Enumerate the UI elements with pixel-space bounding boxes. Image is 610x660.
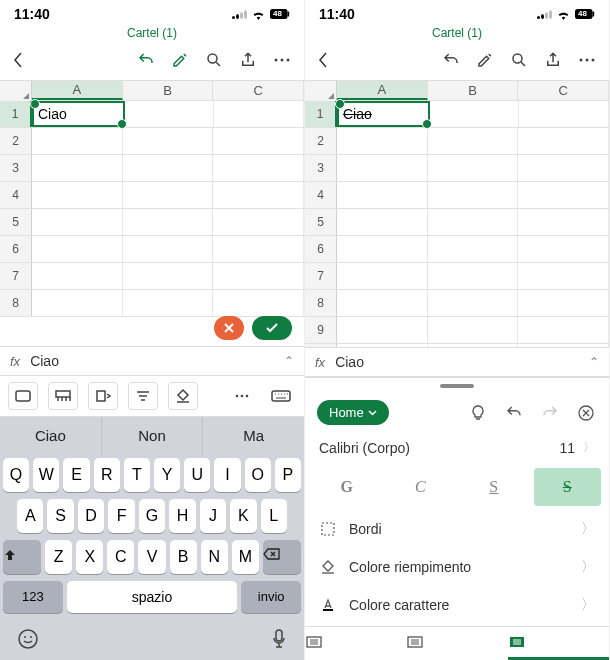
row-header[interactable]: 6: [305, 236, 337, 262]
cell[interactable]: [518, 236, 609, 262]
cell[interactable]: [123, 290, 214, 316]
cell[interactable]: [337, 128, 428, 154]
cell[interactable]: [32, 182, 123, 208]
formula-bar[interactable]: fx Ciao ⌃: [0, 346, 304, 376]
cell[interactable]: [32, 128, 123, 154]
nav-button[interactable]: [305, 627, 406, 660]
italic-button[interactable]: C: [387, 468, 455, 506]
cell[interactable]: [518, 317, 609, 343]
cell[interactable]: [213, 128, 304, 154]
option-button[interactable]: [88, 382, 118, 410]
cell[interactable]: [518, 155, 609, 181]
cell[interactable]: [518, 128, 609, 154]
search-button[interactable]: [200, 46, 228, 74]
space-key[interactable]: spazio: [67, 581, 238, 613]
backspace-key[interactable]: [263, 540, 301, 574]
numbers-key[interactable]: 123: [3, 581, 63, 613]
row-header[interactable]: 10: [305, 344, 337, 347]
mic-key[interactable]: [271, 628, 287, 650]
suggestion[interactable]: Non: [102, 417, 204, 454]
confirm-edit-button[interactable]: [252, 316, 292, 340]
cell[interactable]: [337, 209, 428, 235]
key[interactable]: Y: [154, 458, 180, 492]
key[interactable]: G: [139, 499, 165, 533]
row-header[interactable]: 3: [305, 155, 337, 181]
select-all-corner[interactable]: [0, 81, 32, 101]
column-header-a[interactable]: A: [32, 81, 123, 100]
key[interactable]: B: [170, 540, 197, 574]
option-button[interactable]: [48, 382, 78, 410]
row-header[interactable]: 9: [305, 317, 337, 343]
undo-button[interactable]: [437, 46, 465, 74]
cell-a1[interactable]: Ciao: [337, 101, 430, 127]
row-header[interactable]: 6: [0, 236, 32, 262]
undo-button[interactable]: [132, 46, 160, 74]
emoji-key[interactable]: [17, 628, 39, 650]
cell[interactable]: [337, 236, 428, 262]
key[interactable]: V: [138, 540, 165, 574]
enter-key[interactable]: invio: [241, 581, 301, 613]
formula-expand-icon[interactable]: ⌃: [589, 355, 599, 369]
cell[interactable]: [337, 290, 428, 316]
cell[interactable]: [428, 209, 519, 235]
shift-key[interactable]: [3, 540, 41, 574]
filter-button[interactable]: [128, 382, 158, 410]
key[interactable]: O: [245, 458, 271, 492]
key[interactable]: T: [124, 458, 150, 492]
key[interactable]: D: [78, 499, 104, 533]
row-header[interactable]: 8: [305, 290, 337, 316]
bold-button[interactable]: G: [313, 468, 381, 506]
key[interactable]: J: [200, 499, 226, 533]
column-header-c[interactable]: C: [213, 81, 304, 100]
cell[interactable]: [213, 290, 304, 316]
key[interactable]: P: [275, 458, 301, 492]
formula-bar[interactable]: fx Ciao ⌃: [305, 347, 609, 377]
cell-a1[interactable]: Ciao: [32, 101, 125, 127]
key[interactable]: W: [33, 458, 59, 492]
cell[interactable]: [428, 263, 519, 289]
cell[interactable]: [213, 155, 304, 181]
cell[interactable]: [32, 209, 123, 235]
key[interactable]: K: [230, 499, 256, 533]
key[interactable]: L: [261, 499, 287, 533]
cell[interactable]: [123, 155, 214, 181]
panel-drag-handle[interactable]: [440, 384, 474, 388]
cell[interactable]: [337, 263, 428, 289]
key[interactable]: E: [63, 458, 89, 492]
column-header-a[interactable]: A: [337, 81, 428, 100]
cell[interactable]: [123, 182, 214, 208]
font-color-menu[interactable]: Colore carattere 〉: [305, 586, 609, 624]
cell[interactable]: [428, 317, 519, 343]
key[interactable]: M: [232, 540, 259, 574]
suggestion[interactable]: Ciao: [0, 417, 102, 454]
idea-icon[interactable]: [467, 402, 489, 424]
cancel-edit-button[interactable]: [214, 316, 244, 340]
cell[interactable]: [518, 344, 609, 347]
key[interactable]: S: [47, 499, 73, 533]
cell[interactable]: [213, 209, 304, 235]
fx-value[interactable]: Ciao: [30, 353, 284, 369]
borders-menu[interactable]: Bordi 〉: [305, 510, 609, 548]
cell[interactable]: [32, 263, 123, 289]
cell[interactable]: [213, 236, 304, 262]
back-button[interactable]: [8, 51, 28, 69]
suggestion[interactable]: Ma: [203, 417, 304, 454]
row-header[interactable]: 7: [0, 263, 32, 289]
undo-icon[interactable]: [503, 402, 525, 424]
key[interactable]: X: [76, 540, 103, 574]
cell[interactable]: [337, 317, 428, 343]
key[interactable]: Z: [45, 540, 72, 574]
key[interactable]: U: [184, 458, 210, 492]
key[interactable]: H: [169, 499, 195, 533]
nav-button[interactable]: [406, 627, 507, 660]
key[interactable]: I: [214, 458, 240, 492]
select-all-corner[interactable]: [305, 81, 337, 101]
row-header[interactable]: 1: [305, 101, 337, 127]
fx-value[interactable]: Ciao: [335, 354, 589, 370]
fill-color-button[interactable]: [168, 382, 198, 410]
cell[interactable]: [428, 344, 519, 347]
cell[interactable]: [213, 263, 304, 289]
column-header-b[interactable]: B: [123, 81, 214, 100]
cell[interactable]: [337, 182, 428, 208]
cell[interactable]: [213, 182, 304, 208]
